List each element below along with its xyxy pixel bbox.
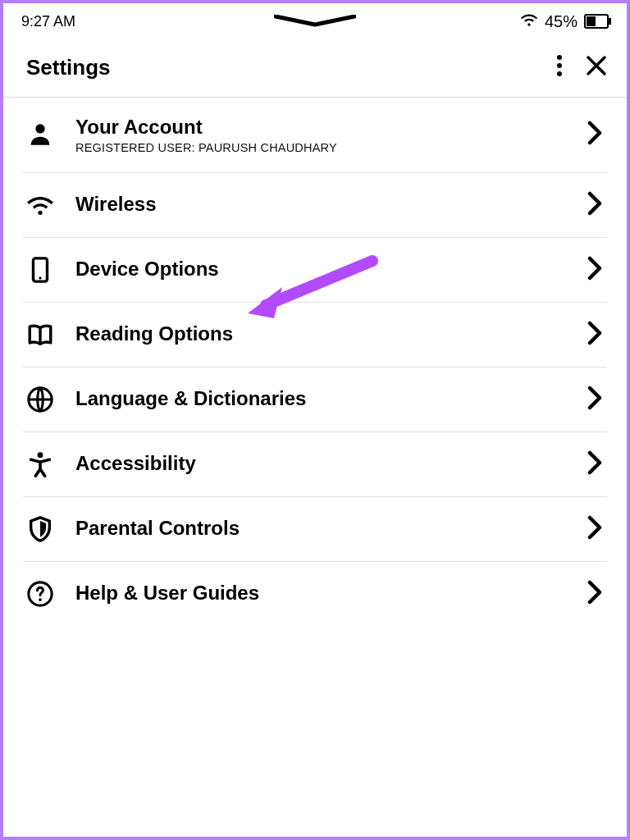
svg-point-8: [39, 276, 41, 279]
accessibility-icon: [26, 450, 64, 478]
chevron-right-icon: [587, 515, 602, 543]
menu-item-label: Your Account: [75, 116, 587, 139]
chevron-right-icon: [587, 386, 602, 413]
more-menu-icon[interactable]: [556, 54, 563, 80]
svg-point-5: [557, 71, 562, 76]
svg-point-13: [39, 598, 42, 601]
wifi-icon: [520, 12, 538, 31]
menu-item-label: Parental Controls: [75, 517, 587, 541]
menu-item-label: Reading Options: [75, 322, 587, 346]
chevron-right-icon: [587, 191, 602, 219]
page-title: Settings: [26, 55, 111, 80]
menu-item-subtitle: REGISTERED USER: PAURUSH CHAUDHARY: [75, 141, 587, 154]
svg-point-4: [557, 63, 562, 68]
menu-item-wireless[interactable]: Wireless: [23, 173, 607, 238]
menu-item-label: Help & User Guides: [75, 582, 587, 605]
chevron-right-icon: [587, 121, 602, 148]
menu-item-help-user-guides[interactable]: Help & User Guides: [23, 562, 607, 626]
wifi-icon: [26, 191, 64, 219]
menu-item-your-account[interactable]: Your Account REGISTERED USER: PAURUSH CH…: [23, 98, 607, 173]
settings-header: Settings: [3, 39, 627, 98]
menu-item-label: Language & Dictionaries: [75, 387, 587, 411]
device-icon: [26, 256, 64, 284]
menu-item-reading-options[interactable]: Reading Options: [23, 303, 607, 368]
close-icon[interactable]: [586, 55, 607, 80]
book-icon: [26, 321, 64, 349]
menu-item-language-dictionaries[interactable]: Language & Dictionaries: [23, 368, 607, 432]
status-clock: 9:27 AM: [21, 13, 75, 30]
svg-point-6: [35, 125, 44, 134]
svg-rect-2: [609, 18, 611, 25]
chevron-right-icon: [587, 450, 602, 478]
help-icon: [26, 580, 64, 608]
globe-icon: [26, 386, 64, 413]
svg-point-11: [38, 452, 43, 458]
menu-item-accessibility[interactable]: Accessibility: [23, 432, 607, 497]
shield-icon: [26, 515, 64, 543]
settings-list: Your Account REGISTERED USER: PAURUSH CH…: [3, 98, 627, 626]
chevron-right-icon: [587, 580, 602, 608]
menu-item-parental-controls[interactable]: Parental Controls: [23, 497, 607, 562]
chevron-right-icon: [587, 321, 602, 349]
svg-point-3: [557, 55, 562, 60]
menu-item-device-options[interactable]: Device Options: [23, 238, 607, 303]
menu-item-label: Accessibility: [75, 452, 587, 476]
notch-handle: [274, 15, 356, 31]
menu-item-label: Device Options: [75, 258, 587, 281]
battery-percent: 45%: [545, 12, 578, 31]
battery-icon: [584, 14, 612, 29]
chevron-right-icon: [587, 256, 602, 284]
person-icon: [26, 121, 64, 148]
menu-item-label: Wireless: [75, 193, 587, 217]
svg-rect-1: [587, 16, 596, 26]
